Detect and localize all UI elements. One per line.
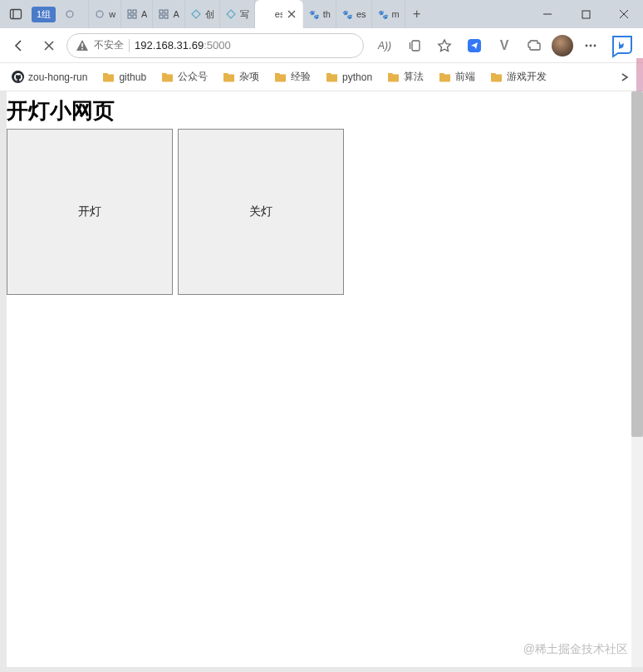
diamond-icon [225,8,237,20]
svg-point-26 [590,44,592,47]
grid-icon [126,8,138,20]
svg-rect-6 [128,15,131,18]
button-row: 开灯 关灯 [7,129,638,295]
bookmark-zaxiang[interactable]: 杂项 [218,66,264,87]
grid-icon [158,8,169,20]
folder-icon [387,71,400,83]
turn-off-button[interactable]: 关灯 [178,129,344,295]
tab-group-label[interactable]: 1组 [32,7,56,22]
folder-icon [102,71,115,83]
svg-rect-5 [133,10,136,13]
svg-rect-22 [412,41,420,51]
folder-icon [490,71,503,83]
tab-label: m [392,9,400,19]
bookmarks-overflow-button[interactable] [613,66,636,89]
tab-label: 创 [205,8,214,21]
reader-mode-button[interactable]: A)) [372,33,397,58]
bookmarks-bar: zou-hong-run github 公众号 杂项 经验 python 算法 … [0,63,643,91]
collections-button[interactable] [402,33,427,58]
tab-4[interactable]: 创 [185,0,220,28]
not-secure-icon [76,39,89,52]
tab-label: es [356,9,366,19]
stop-button[interactable] [37,33,61,58]
bookmark-jingyan[interactable]: 经验 [269,66,316,87]
bookmark-label: 算法 [404,70,424,84]
tab-7[interactable]: 🐾 th [303,0,336,28]
paw-icon: 🐾 [308,8,320,20]
github-icon [12,71,24,83]
bookmark-label: python [342,71,372,83]
bookmark-suanfa[interactable]: 算法 [382,66,429,87]
folder-icon [326,71,338,83]
page-viewport: 开灯小网页 开灯 关灯 [7,91,638,667]
folder-icon [274,71,287,83]
tab-3[interactable]: A [153,0,184,28]
bookmark-label: zou-hong-run [28,71,87,83]
turn-on-button[interactable]: 开灯 [7,129,173,295]
tab-5[interactable]: 写 [220,0,255,28]
tab-1[interactable]: w [89,0,121,28]
tab-6-active[interactable]: es [255,0,303,28]
minimize-button[interactable] [528,0,567,28]
maximize-button[interactable] [567,0,605,28]
ext-v-button[interactable]: V [492,33,517,58]
security-label: 不安全 [94,38,124,52]
bookmark-label: 公众号 [178,70,208,84]
tab-0[interactable] [59,0,89,28]
titlebar: 1组 w A A 创 写 es � [0,0,643,28]
tab-label: A [141,9,147,19]
tab-2[interactable]: A [121,0,153,28]
page-content: 开灯小网页 开灯 关灯 [7,96,638,295]
page-heading: 开灯小网页 [7,96,638,125]
svg-rect-11 [164,15,168,18]
scrollbar-thumb[interactable] [631,91,643,437]
ext-send-button[interactable] [462,33,487,58]
bookmark-github[interactable]: github [97,67,151,86]
paw-icon: 🐾 [377,8,389,20]
vertical-scrollbar[interactable] [631,91,643,667]
bookmark-label: 游戏开发 [507,70,547,84]
extensions-button[interactable] [522,33,547,58]
paw-icon: 🐾 [341,8,353,20]
url-text: 192.168.31.69:5000 [135,39,231,52]
svg-point-27 [594,44,596,47]
address-bar[interactable]: 不安全 192.168.31.69:5000 [66,33,364,58]
toolbar-actions: A)) V [372,32,636,60]
tab-label: A [173,9,179,19]
folder-icon [439,71,451,83]
back-button[interactable] [7,33,32,58]
tabstrip: w A A 创 写 es 🐾 th 🐾 es [59,0,528,28]
bookmark-qianduan[interactable]: 前端 [434,66,480,87]
bookmark-gongzhonghao[interactable]: 公众号 [156,66,213,87]
bookmark-python[interactable]: python [321,67,377,86]
bookmark-zou-hong-run[interactable]: zou-hong-run [7,67,92,86]
svg-point-25 [586,44,588,47]
folder-icon [161,71,174,83]
profile-avatar[interactable] [552,35,573,56]
favorite-button[interactable] [432,33,457,58]
close-window-button[interactable] [605,0,643,28]
tab-actions-icon[interactable] [3,0,28,28]
separator [129,39,130,52]
watermark-text: @稀土掘金技术社区 [523,642,628,657]
close-tab-icon[interactable] [286,8,297,20]
refresh-icon [94,8,106,20]
window-controls [528,0,643,28]
tab-label: es [275,9,282,19]
bookmark-label: 经验 [291,70,311,84]
svg-rect-4 [128,10,131,13]
svg-rect-21 [81,48,83,50]
url-port: :5000 [204,39,231,52]
tab-9[interactable]: 🐾 m [372,0,405,28]
toolbar: 不安全 192.168.31.69:5000 A)) V [0,28,643,63]
bookmark-youxikaifa[interactable]: 游戏开发 [485,66,552,87]
bing-chat-button[interactable] [608,32,636,60]
url-host: 192.168.31.69 [135,39,204,52]
refresh-icon [64,8,76,20]
svg-rect-0 [11,10,22,19]
new-tab-button[interactable]: + [405,0,429,28]
tab-8[interactable]: 🐾 es [336,0,372,28]
bookmark-label: 杂项 [239,70,259,84]
bookmark-label: 前端 [455,70,475,84]
more-menu-button[interactable] [578,33,603,58]
